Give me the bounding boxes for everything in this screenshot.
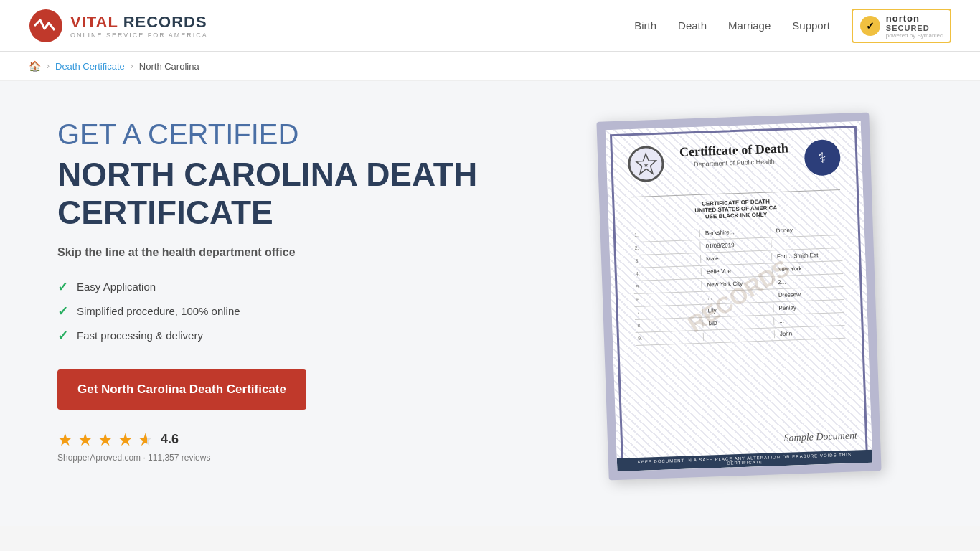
logo-tagline: ONLINE SERVICE FOR AMERICA — [70, 32, 208, 39]
cert-cell: 9. — [636, 333, 704, 343]
star-half: ★ ★ — [138, 430, 154, 450]
certificate-area: ★ Certificate of Death Department of Pub… — [588, 117, 890, 476]
cert-cell: Berkshire... — [703, 227, 771, 237]
norton-powered-by: powered by Symantec — [886, 32, 943, 39]
cert-title-block: Certificate of Death Department of Publi… — [664, 141, 805, 169]
star-1: ★ — [57, 430, 73, 450]
cert-cell: 3. — [633, 255, 701, 265]
left-panel: GET A CERTIFIED NORTH CAROLINA DEATH CER… — [57, 117, 545, 463]
norton-badge: ✓ norton SECURED powered by Symantec — [852, 9, 951, 43]
cert-state-seal: ★ — [628, 146, 665, 183]
feature-label: Easy Application — [77, 281, 156, 293]
breadcrumb-home-icon[interactable]: 🏠 — [29, 60, 41, 72]
certificate-inner: ★ Certificate of Death Department of Pub… — [606, 121, 872, 471]
breadcrumb-sep-2: › — [131, 61, 133, 71]
feature-item: ✓ Easy Application — [57, 279, 545, 295]
heading-state-cert: NORTH CAROLINA DEATH CERTIFICATE — [57, 156, 545, 232]
norton-check-icon: ✓ — [860, 16, 880, 36]
norton-text: norton SECURED powered by Symantec — [886, 13, 943, 39]
breadcrumb-sep-1: › — [47, 61, 50, 71]
checkmark-icon: ✓ — [57, 303, 68, 319]
cert-cell — [707, 330, 775, 340]
norton-secured-label: SECURED — [886, 24, 943, 32]
cert-divider-lines — [631, 187, 840, 200]
breadcrumb: 🏠 › Death Certificate › North Carolina — [0, 52, 980, 81]
cert-medical-seal: ⚕ — [804, 139, 841, 176]
nav-birth[interactable]: Birth — [634, 19, 656, 32]
star-2: ★ — [77, 430, 93, 450]
rating-area: ★ ★ ★ ★ ★ ★ 4.6 ShopperAproved.com · 111… — [57, 430, 545, 463]
cert-cell: Male — [704, 253, 772, 263]
main-nav: Birth Death Marriage Support ✓ norton SE… — [634, 9, 951, 43]
cert-cell: 2. — [633, 242, 701, 253]
cert-cell: John — [778, 328, 845, 338]
cert-cell: 4. — [633, 268, 702, 278]
cta-button[interactable]: Get North Carolina Death Certificate — [57, 369, 306, 410]
svg-text:★: ★ — [644, 161, 649, 168]
cert-grid: 1. Berkshire... Doney 2. 01/08/2019 3. M… — [632, 222, 849, 459]
cert-cell: 01/08/2019 — [703, 240, 771, 250]
feature-label: Simplified procedure, 100% online — [77, 305, 240, 317]
logo-brand: VITAL RECORDS — [70, 13, 208, 32]
breadcrumb-death-cert[interactable]: Death Certificate — [55, 61, 125, 72]
star-3: ★ — [98, 430, 113, 450]
nav-support[interactable]: Support — [792, 19, 830, 32]
heading-certified: GET A CERTIFIED — [57, 117, 545, 151]
logo-icon — [29, 9, 63, 43]
logo-text: VITAL RECORDS ONLINE SERVICE FOR AMERICA — [70, 13, 208, 39]
rating-source: ShopperAproved.com · 111,357 reviews — [57, 453, 545, 463]
cert-cell: 6. — [634, 294, 702, 304]
header: VITAL RECORDS ONLINE SERVICE FOR AMERICA… — [0, 0, 980, 52]
cert-cell: ... — [777, 315, 844, 325]
logo: VITAL RECORDS ONLINE SERVICE FOR AMERICA — [29, 9, 208, 43]
checkmark-icon: ✓ — [57, 328, 68, 344]
cert-cell: 5. — [633, 281, 702, 291]
cert-sub-heading: CERTIFICATE OF DEATH UNITED STATES OF AM… — [694, 198, 778, 220]
feature-item: ✓ Fast processing & delivery — [57, 328, 545, 344]
cert-cell: 1. — [632, 230, 700, 240]
stars-row: ★ ★ ★ ★ ★ ★ 4.6 — [57, 430, 545, 450]
rating-number: 4.6 — [161, 432, 179, 447]
breadcrumb-current-page: North Carolina — [139, 61, 199, 72]
nav-death[interactable]: Death — [678, 19, 707, 32]
cert-cell: Dressew — [776, 289, 844, 299]
main-content: GET A CERTIFIED NORTH CAROLINA DEATH CER… — [0, 81, 980, 526]
cert-cell: Fort... Smith Est. — [775, 250, 842, 260]
feature-label: Fast processing & delivery — [77, 329, 203, 342]
feature-item: ✓ Simplified procedure, 100% online — [57, 303, 545, 319]
star-4: ★ — [118, 430, 133, 450]
subheading-skip-line: Skip the line at the health department o… — [57, 246, 545, 259]
cert-cell: Doney — [774, 225, 842, 235]
nav-marriage[interactable]: Marriage — [728, 19, 771, 32]
cert-header: ★ Certificate of Death Department of Pub… — [617, 133, 851, 188]
checkmark-icon: ✓ — [57, 279, 68, 295]
cert-cell — [774, 237, 842, 248]
features-list: ✓ Easy Application ✓ Simplified procedur… — [57, 279, 545, 344]
cert-line — [631, 189, 839, 197]
norton-brand: norton — [886, 13, 943, 24]
certificate-document: ★ Certificate of Death Department of Pub… — [596, 113, 881, 481]
cert-cell: Peniay — [776, 302, 844, 312]
